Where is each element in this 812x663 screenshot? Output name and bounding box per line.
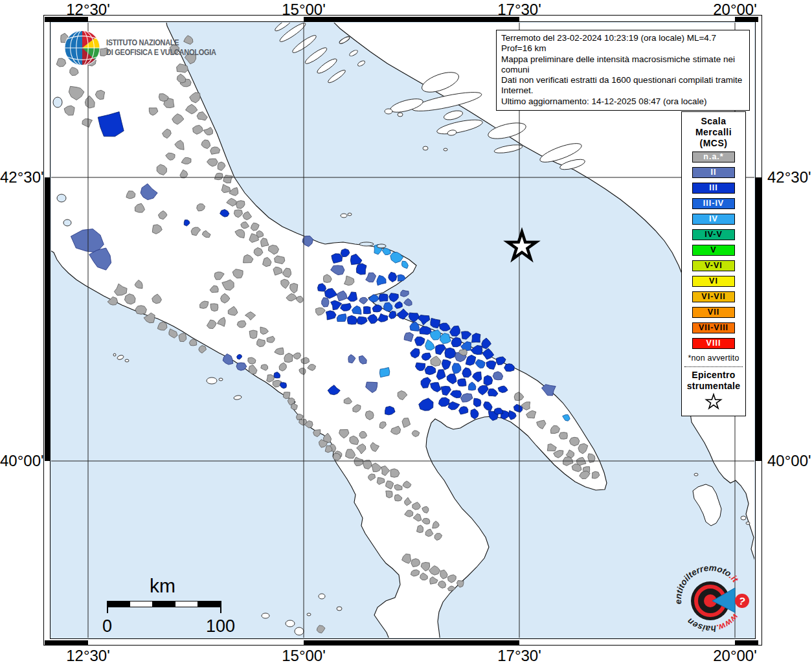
scale-bar-segment [152,601,176,607]
scale-bar-unit-label: km [98,575,227,597]
island [398,113,403,117]
lake [53,97,62,107]
info-line-3: Dati non verificati estratti da 1600 que… [501,75,745,96]
municipality-n [210,147,220,154]
axis-label-left: 42°30' [0,168,41,186]
info-line-1: Terremoto del 23-02-2024 10:23:19 (ora l… [501,33,745,54]
municipality-n [257,339,265,346]
island [307,613,311,616]
legend-swatch-VII: VII [692,307,735,318]
axis-label-top: 15°00' [258,1,349,19]
municipality-3 [431,318,440,328]
island [746,522,750,524]
municipality-3 [458,379,466,387]
scale-bar-value: 0 [102,616,112,636]
scale-bar-segment [175,601,199,607]
legend-swatch-VVI: V-VI [692,260,735,271]
scale-bar-segment [130,601,153,607]
island [113,354,116,356]
legend-items: n.a.*IIIIIIII-IVIVIV-VVV-VIVIVI-VIIVIIVI… [682,152,745,349]
map-canvas: entitoilterremoto.itwww.haisen? [51,23,754,638]
island [348,213,352,216]
island [304,45,329,65]
legend-swatch-V: V [692,245,735,256]
legend-swatch-II: II [692,167,735,178]
axis-label-top: 20°00' [690,1,780,19]
municipality-n [210,304,218,311]
scale-bar-segment [197,601,221,607]
axis-label-top: 17°30' [474,1,565,19]
municipality-n [157,322,167,330]
legend-swatch-VI: VI [692,276,735,287]
municipality-n [135,306,147,315]
axis-label-right: 40°00' [767,452,812,470]
legend-title: ScalaMercalli(MCS) [682,116,745,149]
municipality-n [457,581,464,588]
epicenter-star-marker [508,232,536,259]
municipality-n [283,392,289,399]
legend-swatch-III: III [692,183,735,194]
corfu-island [693,484,721,526]
island [234,395,242,400]
island [436,117,484,137]
municipality-34 [384,302,393,311]
axis-label-bottom: 17°30' [474,647,565,663]
island [319,594,325,599]
island [443,109,464,121]
scale-bar-segments: 0100 [104,601,227,615]
municipality-n [559,433,567,440]
legend-swatch-IVV: IV-V [692,229,735,240]
haisentito-logo: entitoilterremoto.itwww.haisen? [673,563,749,633]
municipality-2 [404,298,412,306]
ingv-logo-text: ISTITUTO NAZIONALE DI GEOFISICA E VULCAN… [106,38,216,58]
axis-label-right: 42°30' [767,168,812,186]
legend-swatch-IV: IV [692,214,735,225]
municipality-4 [379,368,390,377]
municipality-2 [401,290,409,297]
municipality-3 [439,323,450,331]
municipality-3 [473,398,481,407]
epicenter-legend-label: Epicentrostrumentale [682,370,745,391]
island [337,607,342,611]
info-line-2: Mappa preliminare delle intensità macros… [501,54,745,76]
municipality-n [417,525,423,533]
municipality-3 [379,294,388,302]
lake [377,244,386,248]
municipality-n [189,339,196,346]
municipality-n [249,330,257,339]
island [348,49,358,57]
island [444,148,447,151]
island [423,146,428,150]
municipality-n [179,333,186,342]
municipality-n [199,346,207,354]
island [291,33,318,54]
island [315,57,338,76]
municipality-3 [409,313,419,322]
page-root: { "info_box": { "lines": [ "Terremoto de… [0,0,812,663]
island [389,96,424,115]
frame-segment [45,640,88,646]
scale-bar-tick [107,601,108,613]
epicenter-star [508,232,536,259]
island [327,69,347,85]
island [295,627,304,635]
scale-bar-tick [220,601,221,613]
municipality-3 [504,364,515,372]
municipality-3 [420,326,432,335]
frame-segment [45,177,51,461]
legend-swatch-VIIVIII: VII-VIII [692,322,735,333]
island [286,620,295,627]
scale-bar-segment [107,601,131,607]
municipality-3 [363,306,370,313]
legend-note: *non avvertito [682,354,745,363]
legend-swatch-VIVII: VI-VII [692,291,735,302]
legend-swatch-na: n.a.* [692,152,735,163]
epicenter-star-icon [704,392,723,412]
municipality-3 [450,326,460,336]
municipality-3 [482,338,491,349]
axis-label-bottom: 15°00' [258,647,349,663]
axis-label-bottom: 20°00' [690,647,780,663]
municipality-3 [425,366,436,375]
axis-label-bottom: 12°30' [43,647,133,663]
municipality-n [386,491,392,498]
